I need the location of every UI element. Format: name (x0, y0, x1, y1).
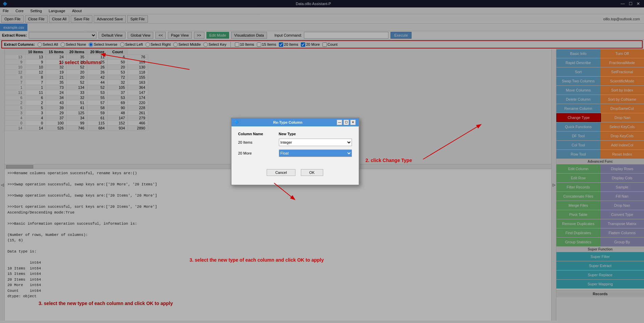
modal-row-20more: 20 More Integer Float String Boolean (238, 149, 352, 157)
modal-select-20more[interactable]: Integer Float String Boolean (279, 149, 352, 157)
modal-maximize[interactable]: ☐ (343, 120, 349, 125)
modal-label-20items: 20 Items (238, 140, 279, 144)
modal-close[interactable]: ✕ (350, 120, 356, 125)
modal-footer: Cancel OK (231, 166, 359, 179)
cancel-button[interactable]: Cancel (267, 169, 295, 176)
modal-overlay: 🔷 Re-Type Column — ☐ ✕ Column Name New T… (0, 0, 644, 323)
col-name-header: Column Name (238, 132, 279, 136)
modal-titlebar: 🔷 Re-Type Column — ☐ ✕ (231, 118, 359, 126)
modal-select-20items[interactable]: Integer Float String Boolean (279, 139, 352, 146)
modal-row-20items: 20 Items Integer Float String Boolean (238, 139, 352, 146)
modal-icon: 🔷 (234, 120, 239, 124)
new-type-header: New Type (279, 132, 352, 136)
modal-label-20more: 20 More (238, 151, 279, 155)
modal-controls: — ☐ ✕ (337, 120, 356, 125)
modal-body: Column Name New Type 20 Items Integer Fl… (231, 126, 359, 166)
modal-title: Re-Type Column (273, 120, 303, 124)
retype-modal: 🔷 Re-Type Column — ☐ ✕ Column Name New T… (231, 118, 359, 185)
modal-minimize[interactable]: — (337, 120, 342, 125)
modal-header: Column Name New Type (238, 132, 352, 136)
ok-button[interactable]: OK (301, 169, 323, 176)
